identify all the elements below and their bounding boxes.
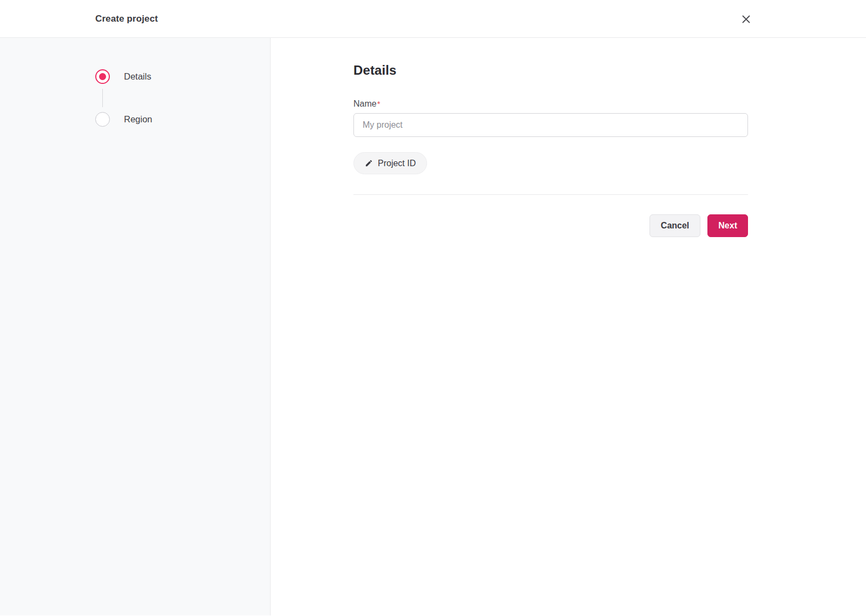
- cancel-button[interactable]: Cancel: [650, 214, 700, 237]
- close-icon: [742, 15, 751, 24]
- section-heading: Details: [353, 63, 748, 78]
- name-field-label-row: Name*: [353, 99, 748, 109]
- stepper-sidebar: Details Region: [0, 38, 271, 615]
- close-button[interactable]: [737, 10, 755, 28]
- form-panel: Details Name* Project ID Cancel Next: [271, 38, 866, 615]
- form-divider: [353, 194, 748, 195]
- step-details-radio-icon: [95, 69, 110, 84]
- project-id-chip[interactable]: Project ID: [353, 152, 427, 174]
- next-button[interactable]: Next: [707, 214, 748, 237]
- step-details-label: Details: [124, 71, 151, 82]
- stepper-step-region[interactable]: Region: [95, 112, 270, 127]
- stepper: Details Region: [95, 69, 270, 127]
- modal-header: Create project: [0, 0, 866, 38]
- modal-body: Details Region Details Name*: [0, 38, 866, 615]
- project-name-input[interactable]: [353, 113, 748, 137]
- action-buttons: Cancel Next: [353, 214, 748, 237]
- step-region-label: Region: [124, 114, 152, 124]
- required-marker: *: [377, 99, 380, 108]
- stepper-connector: [95, 84, 110, 112]
- pencil-icon: [365, 159, 373, 167]
- name-field-label: Name: [353, 99, 377, 108]
- stepper-step-details[interactable]: Details: [95, 69, 270, 84]
- step-region-radio-icon: [95, 112, 110, 127]
- modal-title: Create project: [95, 14, 158, 24]
- project-id-chip-label: Project ID: [378, 159, 416, 168]
- name-field-group: Name*: [353, 99, 748, 137]
- form-content: Details Name* Project ID Cancel Next: [353, 38, 748, 237]
